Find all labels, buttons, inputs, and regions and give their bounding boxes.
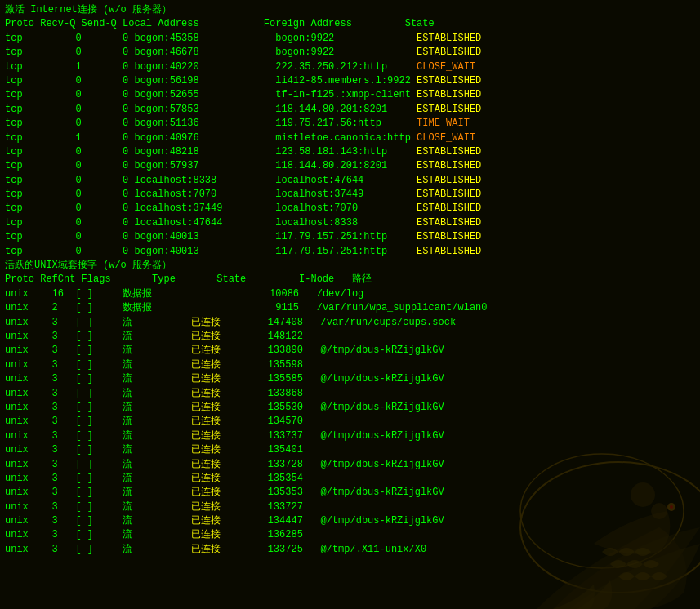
unix-row: unix 3 [ ] 流 已连接 136285 xyxy=(5,528,695,542)
unix-row: unix 3 [ ] 流 已连接 135585 @/tmp/dbus-kRZij… xyxy=(5,372,695,386)
unix-row: unix 3 [ ] 流 已连接 133890 @/tmp/dbus-kRZij… xyxy=(5,344,695,358)
inet-row: tcp 0 0 bogon:57853 118.144.80.201:8201 … xyxy=(5,103,695,117)
unix-row: unix 3 [ ] 流 已连接 134570 xyxy=(5,415,695,429)
unix-row: unix 3 [ ] 流 已连接 133725 @/tmp/.X11-unix/… xyxy=(5,543,695,557)
inet-row: tcp 0 0 bogon:57937 118.144.80.201:8201 … xyxy=(5,159,695,173)
inet-row: tcp 0 0 localhost:8338 localhost:47644 E… xyxy=(5,174,695,188)
unix-row: unix 3 [ ] 流 已连接 133728 @/tmp/dbus-kRZij… xyxy=(5,458,695,472)
inet-row: tcp 0 0 bogon:56198 li412-85.members.l:9… xyxy=(5,74,695,88)
unix-header: Proto RefCnt Flags Type State I-Node 路径 xyxy=(5,273,695,287)
unix-row: unix 3 [ ] 流 已连接 133737 @/tmp/dbus-kRZij… xyxy=(5,429,695,443)
inet-row: tcp 0 0 bogon:46678 bogon:9922 ESTABLISH… xyxy=(5,46,695,60)
unix-row: unix 3 [ ] 流 已连接 133727 xyxy=(5,500,695,514)
unix-section-title: 活跃的UNIX域套接字 (w/o 服务器） xyxy=(5,259,695,273)
inet-table: tcp 0 0 bogon:45358 bogon:9922 ESTABLISH… xyxy=(5,32,695,259)
unix-row: unix 3 [ ] 流 已连接 134447 @/tmp/dbus-kRZij… xyxy=(5,514,695,528)
inet-header: Proto Recv-Q Send-Q Local Address Foreig… xyxy=(5,17,695,31)
inet-row: tcp 0 0 bogon:51136 119.75.217.56:http T… xyxy=(5,117,695,131)
inet-row: tcp 0 0 localhost:37449 localhost:7070 E… xyxy=(5,202,695,216)
inet-row: tcp 0 0 bogon:52655 tf-in-f125.:xmpp-cli… xyxy=(5,88,695,102)
inet-row: tcp 0 0 bogon:45358 bogon:9922 ESTABLISH… xyxy=(5,32,695,46)
unix-row: unix 3 [ ] 流 已连接 135598 xyxy=(5,358,695,372)
terminal-output: 激活 Internet连接 (w/o 服务器） Proto Recv-Q Sen… xyxy=(0,0,700,560)
unix-row: unix 3 [ ] 流 已连接 148122 xyxy=(5,330,695,344)
unix-row: unix 2 [ ] 数据报 9115 /var/run/wpa_supplic… xyxy=(5,301,695,315)
unix-row: unix 3 [ ] 流 已连接 133868 xyxy=(5,387,695,401)
inet-row: tcp 0 0 localhost:7070 localhost:37449 E… xyxy=(5,188,695,202)
unix-row: unix 3 [ ] 流 已连接 135354 xyxy=(5,472,695,486)
unix-row: unix 3 [ ] 流 已连接 135401 xyxy=(5,443,695,457)
unix-row: unix 16 [ ] 数据报 10086 /dev/log xyxy=(5,287,695,301)
inet-row: tcp 1 0 bogon:40976 mistletoe.canonica:h… xyxy=(5,131,695,145)
inet-row: tcp 0 0 bogon:40013 117.79.157.251:http … xyxy=(5,245,695,259)
inet-section-title: 激活 Internet连接 (w/o 服务器） xyxy=(5,3,695,17)
unix-row: unix 3 [ ] 流 已连接 135353 @/tmp/dbus-kRZij… xyxy=(5,486,695,500)
inet-row: tcp 0 0 bogon:48218 123.58.181.143:http … xyxy=(5,145,695,159)
inet-row: tcp 0 0 localhost:47644 localhost:8338 E… xyxy=(5,216,695,230)
unix-table: unix 16 [ ] 数据报 10086 /dev/logunix 2 [ ]… xyxy=(5,287,695,557)
unix-row: unix 3 [ ] 流 已连接 135530 @/tmp/dbus-kRZij… xyxy=(5,401,695,415)
inet-row: tcp 1 0 bogon:40220 222.35.250.212:http … xyxy=(5,60,695,74)
unix-row: unix 3 [ ] 流 已连接 147408 /var/run/cups/cu… xyxy=(5,316,695,330)
inet-row: tcp 0 0 bogon:40013 117.79.157.251:http … xyxy=(5,230,695,244)
